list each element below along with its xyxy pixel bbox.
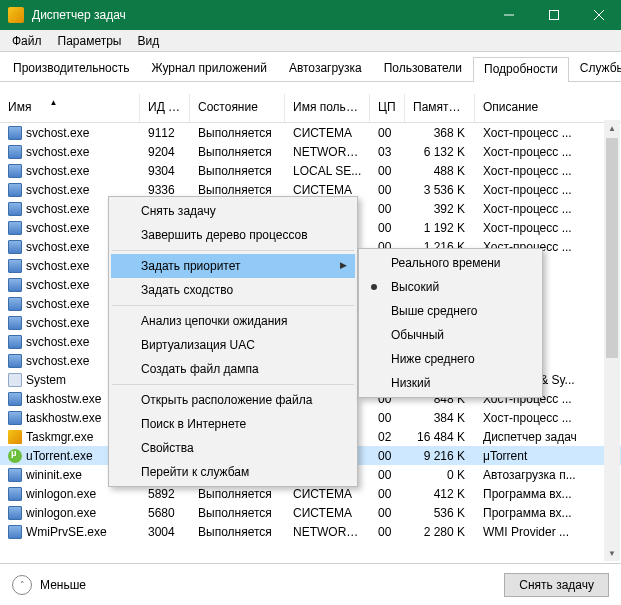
ctx-separator — [112, 305, 354, 306]
table-row[interactable]: svchost.exe9112ВыполняетсяСИСТЕМА00368 K… — [0, 123, 621, 142]
process-name: svchost.exe — [26, 278, 89, 292]
process-icon — [8, 430, 22, 444]
vertical-scrollbar[interactable]: ▲ ▼ — [604, 120, 620, 561]
priority-high[interactable]: Высокий — [361, 275, 540, 299]
process-name: svchost.exe — [26, 145, 89, 159]
process-icon — [8, 278, 22, 292]
col-cpu[interactable]: ЦП — [370, 94, 405, 122]
process-cpu: 00 — [370, 525, 405, 539]
process-status: Выполняется — [190, 525, 285, 539]
menubar: Файл Параметры Вид — [0, 30, 621, 52]
priority-low[interactable]: Низкий — [361, 371, 540, 395]
scroll-thumb[interactable] — [606, 138, 618, 358]
process-description: Хост-процесс ... — [475, 164, 621, 178]
tab-details[interactable]: Подробности — [473, 57, 569, 82]
footer: ˄ Меньше Снять задачу — [0, 563, 621, 605]
process-name: WmiPrvSE.exe — [26, 525, 107, 539]
process-icon — [8, 259, 22, 273]
col-memory[interactable]: Память (ч... — [405, 94, 475, 122]
ctx-end-tree[interactable]: Завершить дерево процессов — [111, 223, 355, 247]
ctx-dump[interactable]: Создать файл дампа — [111, 357, 355, 381]
process-pid: 9112 — [140, 126, 190, 140]
process-description: Программа вх... — [475, 487, 621, 501]
ctx-goto-services[interactable]: Перейти к службам — [111, 460, 355, 484]
process-cpu: 00 — [370, 202, 405, 216]
process-icon — [8, 487, 22, 501]
process-description: Автозагрузка п... — [475, 468, 621, 482]
process-name: winlogon.exe — [26, 487, 96, 501]
process-icon — [8, 335, 22, 349]
ctx-properties[interactable]: Свойства — [111, 436, 355, 460]
process-description: Программа вх... — [475, 506, 621, 520]
ctx-search-online[interactable]: Поиск в Интернете — [111, 412, 355, 436]
ctx-end-task[interactable]: Снять задачу — [111, 199, 355, 223]
priority-realtime[interactable]: Реального времени — [361, 251, 540, 275]
process-memory: 1 192 K — [405, 221, 475, 235]
tab-services[interactable]: Службы — [569, 56, 621, 81]
maximize-button[interactable] — [531, 0, 576, 30]
process-name: svchost.exe — [26, 240, 89, 254]
process-name: svchost.exe — [26, 335, 89, 349]
minimize-button[interactable] — [486, 0, 531, 30]
process-pid: 9204 — [140, 145, 190, 159]
process-memory: 368 K — [405, 126, 475, 140]
process-name: svchost.exe — [26, 316, 89, 330]
process-icon — [8, 164, 22, 178]
close-button[interactable] — [576, 0, 621, 30]
column-headers: Имя▲ ИД п... Состояние Имя польз... ЦП П… — [0, 94, 621, 123]
process-user: LOCAL SE... — [285, 164, 370, 178]
process-icon — [8, 145, 22, 159]
col-status[interactable]: Состояние — [190, 94, 285, 122]
tab-performance[interactable]: Производительность — [2, 56, 140, 81]
process-cpu: 02 — [370, 430, 405, 444]
ctx-separator — [112, 250, 354, 251]
menu-file[interactable]: Файл — [4, 32, 50, 50]
col-name[interactable]: Имя▲ — [0, 94, 140, 122]
process-description: μTorrent — [475, 449, 621, 463]
tab-startup[interactable]: Автозагрузка — [278, 56, 373, 81]
svg-rect-1 — [549, 11, 558, 20]
priority-normal[interactable]: Обычный — [361, 323, 540, 347]
tab-app-history[interactable]: Журнал приложений — [140, 56, 277, 81]
process-name: taskhostw.exe — [26, 392, 101, 406]
ctx-wait-chain[interactable]: Анализ цепочки ожидания — [111, 309, 355, 333]
process-memory: 9 216 K — [405, 449, 475, 463]
scroll-down-icon[interactable]: ▼ — [604, 545, 620, 561]
col-user[interactable]: Имя польз... — [285, 94, 370, 122]
fewer-details-button[interactable]: ˄ Меньше — [12, 575, 86, 595]
process-name: taskhostw.exe — [26, 411, 101, 425]
process-description: Хост-процесс ... — [475, 221, 621, 235]
priority-above-normal[interactable]: Выше среднего — [361, 299, 540, 323]
ctx-set-priority[interactable]: Задать приоритет▶ — [111, 254, 355, 278]
process-memory: 488 K — [405, 164, 475, 178]
priority-below-normal[interactable]: Ниже среднего — [361, 347, 540, 371]
process-name: svchost.exe — [26, 221, 89, 235]
process-icon — [8, 411, 22, 425]
process-memory: 384 K — [405, 411, 475, 425]
process-status: Выполняется — [190, 183, 285, 197]
process-description: Хост-процесс ... — [475, 145, 621, 159]
table-row[interactable]: svchost.exe9304ВыполняетсяLOCAL SE...004… — [0, 161, 621, 180]
ctx-uac[interactable]: Виртуализация UAC — [111, 333, 355, 357]
ctx-set-affinity[interactable]: Задать сходство — [111, 278, 355, 302]
ctx-open-location[interactable]: Открыть расположение файла — [111, 388, 355, 412]
menu-options[interactable]: Параметры — [50, 32, 130, 50]
process-pid: 9304 — [140, 164, 190, 178]
process-icon — [8, 126, 22, 140]
col-pid[interactable]: ИД п... — [140, 94, 190, 122]
process-status: Выполняется — [190, 164, 285, 178]
tab-users[interactable]: Пользователи — [373, 56, 473, 81]
scroll-up-icon[interactable]: ▲ — [604, 120, 620, 136]
col-description[interactable]: Описание — [475, 94, 621, 122]
process-icon — [8, 468, 22, 482]
process-name: winlogon.exe — [26, 506, 96, 520]
table-row[interactable]: WmiPrvSE.exe3004ВыполняетсяNETWORK...002… — [0, 522, 621, 541]
table-row[interactable]: winlogon.exe5680ВыполняетсяСИСТЕМА00536 … — [0, 503, 621, 522]
end-task-button[interactable]: Снять задачу — [504, 573, 609, 597]
ctx-separator — [112, 384, 354, 385]
menu-view[interactable]: Вид — [129, 32, 167, 50]
app-icon — [8, 7, 24, 23]
process-cpu: 00 — [370, 126, 405, 140]
process-icon — [8, 525, 22, 539]
table-row[interactable]: svchost.exe9204ВыполняетсяNETWORK...036 … — [0, 142, 621, 161]
